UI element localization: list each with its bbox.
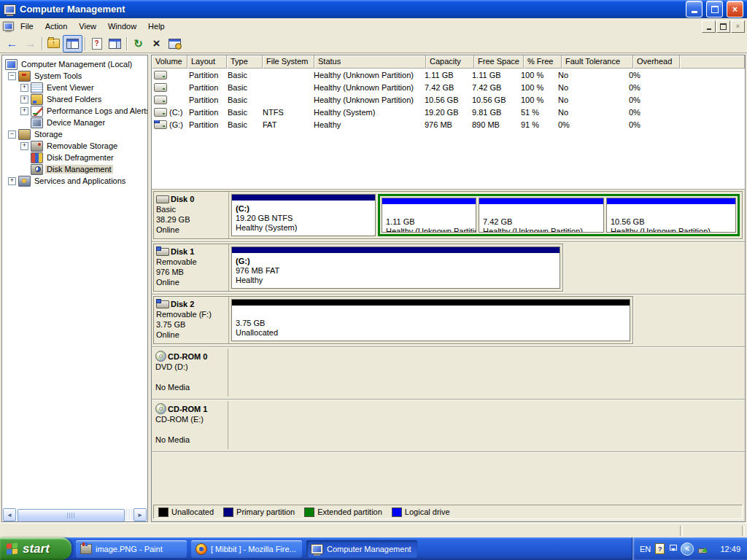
removable-drive-icon bbox=[154, 120, 167, 129]
menu-help[interactable]: Help bbox=[142, 20, 171, 33]
disk-2-label[interactable]: Disk 2 Removable (F:) 3.75 GB Online bbox=[154, 297, 229, 343]
menu-view[interactable]: View bbox=[73, 20, 102, 33]
column-header-free-space[interactable]: Free Space bbox=[474, 55, 524, 69]
taskbar-button-computer-management[interactable]: Computer Management bbox=[306, 540, 417, 558]
disk-management-panel: Volume Layout Type File System Status Ca… bbox=[151, 55, 746, 522]
up-one-level-button[interactable]: ↑ bbox=[44, 36, 63, 52]
hide-icons-chevron[interactable]: < bbox=[681, 542, 694, 556]
table-row[interactable]: Partition Basic Healthy (Unknown Partiti… bbox=[152, 93, 745, 106]
tree-item-disk-management[interactable]: Disk Management bbox=[2, 163, 147, 175]
menu-action[interactable]: Action bbox=[39, 20, 74, 33]
mdi-restore-icon bbox=[720, 23, 727, 30]
disk-0-graphic: (C:) 19.20 GB NTFS Healthy (System) bbox=[229, 192, 742, 238]
services-icon bbox=[18, 176, 31, 187]
tree-item-event-viewer[interactable]: + Event Viewer bbox=[2, 82, 147, 93]
column-header-capacity[interactable]: Capacity bbox=[426, 55, 474, 69]
menu-file[interactable]: File bbox=[15, 20, 39, 33]
disk-0-label[interactable]: Disk 0 Basic 38.29 GB Online bbox=[154, 192, 229, 238]
logical-drive-swatch bbox=[392, 508, 402, 517]
tree-item-storage[interactable]: − Storage bbox=[2, 128, 147, 140]
cd-icon bbox=[155, 351, 166, 362]
tree-item-removable-storage[interactable]: + Removable Storage bbox=[2, 140, 147, 152]
expand-expander[interactable]: + bbox=[20, 142, 28, 150]
system-tools-icon bbox=[18, 71, 31, 82]
legend-extended-partition: Extended partition bbox=[304, 508, 382, 517]
mdi-restore-button[interactable] bbox=[716, 20, 730, 33]
column-header-overhead[interactable]: Overhead bbox=[633, 55, 680, 69]
tree-item-computer-management[interactable]: Computer Management (Local) bbox=[2, 58, 147, 70]
window-title: Computer Management bbox=[20, 4, 682, 15]
collapse-expander[interactable]: − bbox=[8, 72, 16, 80]
disk-1-label[interactable]: Disk 1 Removable 976 MB Online bbox=[154, 244, 229, 291]
cd-icon bbox=[155, 403, 166, 414]
column-header-file-system[interactable]: File System bbox=[263, 55, 314, 69]
restore-button[interactable] bbox=[706, 1, 723, 18]
expand-expander[interactable]: + bbox=[20, 107, 28, 115]
expand-expander[interactable]: + bbox=[20, 96, 28, 104]
table-row[interactable]: Partition Basic Healthy (Unknown Partiti… bbox=[152, 81, 745, 93]
scrollbar-track[interactable] bbox=[16, 509, 133, 521]
partition-c[interactable]: (C:) 19.20 GB NTFS Healthy (System) bbox=[231, 194, 376, 236]
expand-expander[interactable]: + bbox=[20, 84, 28, 92]
properties-button[interactable]: ? bbox=[88, 36, 106, 52]
table-row[interactable]: (G:) Partition Basic FAT Healthy 976 MB … bbox=[152, 118, 745, 131]
mdi-minimize-button[interactable] bbox=[702, 20, 716, 33]
table-row[interactable]: (C:) Partition Basic NTFS Healthy (Syste… bbox=[152, 106, 745, 118]
tree-item-disk-defragmenter[interactable]: Disk Defragmenter bbox=[2, 152, 147, 163]
cdrom-0-label[interactable]: CD-ROM 0 DVD (D:) No Media bbox=[153, 349, 228, 397]
tree-item-shared-folders[interactable]: + Shared Folders bbox=[2, 93, 147, 105]
menu-window[interactable]: Window bbox=[102, 20, 142, 33]
column-header-type[interactable]: Type bbox=[227, 55, 263, 69]
collapse-expander[interactable]: − bbox=[8, 131, 16, 139]
alert-icon[interactable] bbox=[669, 544, 676, 553]
scrollbar-thumb[interactable] bbox=[18, 509, 125, 522]
disk-1-panel: Disk 1 Removable 976 MB Online (G:) 976 … bbox=[153, 244, 563, 292]
legend-bar: Unallocated Primary partition Extended p… bbox=[153, 505, 743, 519]
taskbar-button-firefox[interactable]: [ Mibbit ] - Mozilla Fire... bbox=[191, 540, 302, 558]
tree-item-performance-logs[interactable]: + Performance Logs and Alerts bbox=[2, 105, 147, 117]
taskbar-button-paint[interactable]: image.PNG - Paint bbox=[76, 540, 187, 558]
refresh-button[interactable]: ↻ bbox=[129, 36, 147, 52]
toolbar-separator bbox=[42, 37, 42, 50]
volume-list: Volume Layout Type File System Status Ca… bbox=[152, 55, 745, 190]
delete-button[interactable]: × bbox=[147, 36, 166, 52]
tree-item-device-manager[interactable]: Device Manager bbox=[2, 117, 147, 128]
show-hide-console-tree-button[interactable] bbox=[63, 35, 82, 52]
mdi-minimize-icon bbox=[707, 28, 711, 30]
column-header-volume[interactable]: Volume bbox=[152, 55, 187, 69]
safely-remove-hardware-icon[interactable] bbox=[698, 545, 708, 553]
removable-storage-icon bbox=[31, 141, 43, 152]
tree-horizontal-scrollbar[interactable]: ◄ ► bbox=[3, 509, 147, 521]
tree-item-system-tools[interactable]: − System Tools bbox=[2, 70, 147, 82]
start-button[interactable]: start bbox=[0, 537, 71, 560]
language-indicator[interactable]: EN bbox=[640, 545, 651, 553]
scroll-right-button[interactable]: ► bbox=[133, 508, 147, 521]
expand-expander[interactable]: + bbox=[8, 177, 16, 185]
unallocated-space[interactable]: 3.75 GB Unallocated bbox=[231, 299, 630, 341]
logical-drive-2[interactable]: 7.42 GB Healthy (Unknown Partition) bbox=[479, 198, 604, 233]
back-button[interactable]: ← bbox=[3, 36, 21, 52]
close-button[interactable]: × bbox=[727, 1, 743, 18]
column-header-layout[interactable]: Layout bbox=[187, 55, 227, 69]
disk-management-icon bbox=[31, 164, 43, 175]
toolbar-separator bbox=[126, 37, 127, 50]
column-header-fault-tolerance[interactable]: Fault Tolerance bbox=[562, 55, 633, 69]
status-bar-divider bbox=[742, 526, 745, 536]
partition-g[interactable]: (G:) 976 MB FAT Healthy bbox=[231, 246, 560, 289]
disk-0-row: Disk 0 Basic 38.29 GB Online (C:) 19.20 … bbox=[152, 190, 745, 242]
forward-button[interactable]: → bbox=[21, 36, 39, 52]
tree-item-services-applications[interactable]: + Services and Applications bbox=[2, 175, 147, 187]
computer-icon bbox=[311, 544, 323, 554]
show-hide-action-pane-button[interactable] bbox=[106, 36, 124, 52]
logical-drive-3[interactable]: 10.56 GB Healthy (Unknown Partition) bbox=[606, 198, 736, 233]
mdi-close-button[interactable]: × bbox=[731, 20, 745, 33]
table-row[interactable]: Partition Basic Healthy (Unknown Partiti… bbox=[152, 69, 745, 81]
snap-in-settings-button[interactable] bbox=[166, 36, 184, 52]
minimize-button[interactable] bbox=[686, 1, 703, 18]
column-header-status[interactable]: Status bbox=[314, 55, 426, 69]
logical-drive-1[interactable]: 1.11 GB Healthy (Unknown Partition) bbox=[382, 198, 476, 233]
cdrom-1-label[interactable]: CD-ROM 1 CD-ROM (E:) No Media bbox=[153, 401, 228, 449]
column-header-pct-free[interactable]: % Free bbox=[524, 55, 562, 69]
scroll-left-button[interactable]: ◄ bbox=[3, 508, 16, 521]
help-icon[interactable]: ? bbox=[655, 543, 665, 554]
